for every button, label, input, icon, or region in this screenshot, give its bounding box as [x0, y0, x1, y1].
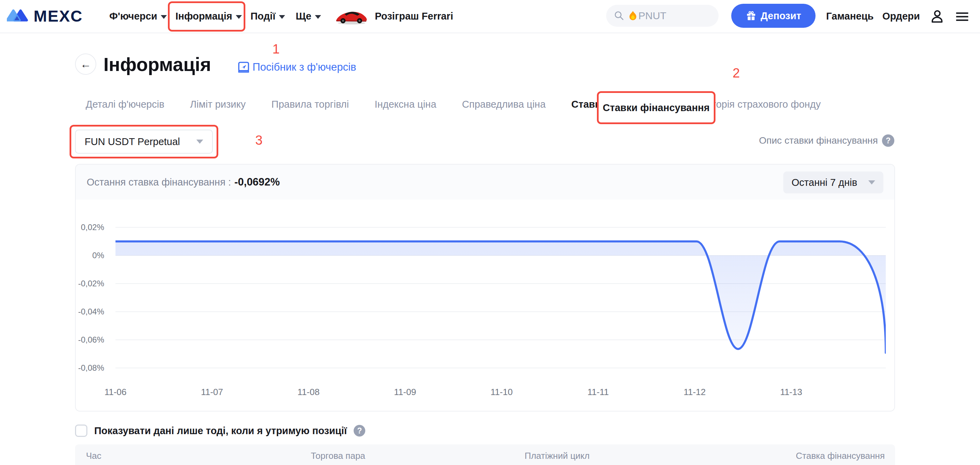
futures-guide-link[interactable]: Посібник з ф'ючерсів — [237, 61, 356, 74]
y-tick-label: -0,06% — [78, 335, 104, 345]
hamburger-icon — [955, 9, 970, 24]
funding-history-table-header: Час Торгова пара Платіжний цикл Ставка ф… — [75, 444, 895, 465]
tab-insurance-fund-history[interactable]: Історія страхового фонду — [704, 99, 821, 110]
chevron-down-icon — [161, 15, 167, 19]
nav-item-information[interactable]: Інформація — [175, 0, 242, 33]
tab-futures-details[interactable]: Деталі ф'ючерсів — [86, 99, 164, 110]
tab-funding-rates[interactable]: Ставки фінансування — [571, 99, 678, 110]
last-funding-rate: Остання ставка фінансування : -0,0692% — [87, 165, 280, 200]
nav-item-ferrari-promo[interactable]: Розіграш Ferrari — [334, 0, 453, 33]
col-header-cycle: Платіжний цикл — [525, 451, 590, 461]
date-range-dropdown[interactable]: Останні 7 днів — [783, 171, 883, 193]
chevron-down-icon — [236, 15, 242, 19]
nav-item-orders[interactable]: Ордери — [882, 0, 920, 33]
ferrari-car-icon — [334, 6, 369, 26]
mexc-logo-text: MEXC — [33, 6, 83, 26]
chart-card-header: Остання ставка фінансування : -0,0692% О… — [76, 165, 894, 200]
chevron-down-icon — [196, 139, 203, 144]
y-tick-label: -0,02% — [78, 279, 104, 288]
last-funding-rate-value: -0,0692% — [234, 176, 280, 188]
pair-select-value: FUN USDT Perpetual — [84, 136, 180, 147]
annotation-number-3: 3 — [255, 133, 262, 148]
x-tick-label: 11-10 — [491, 387, 513, 398]
chevron-down-icon — [279, 15, 285, 19]
tab-trading-rules[interactable]: Правила торгівлі — [271, 99, 349, 110]
guide-book-icon — [237, 61, 250, 74]
user-icon — [929, 9, 944, 24]
chart-line — [116, 241, 886, 353]
help-icon[interactable]: ? — [354, 425, 365, 436]
chart-area — [116, 206, 886, 385]
funding-rate-description: Опис ставки фінансування ? — [759, 134, 894, 147]
gift-icon — [746, 10, 757, 21]
y-tick-label: 0% — [92, 251, 104, 260]
mexc-logo[interactable]: MEXC — [7, 6, 83, 26]
search-placeholder: PNUT — [628, 10, 667, 22]
nav-item-events[interactable]: Події — [250, 0, 285, 33]
help-icon[interactable]: ? — [882, 134, 894, 147]
x-tick-label: 11-11 — [587, 387, 609, 398]
x-tick-label: 11-08 — [298, 387, 320, 398]
chevron-down-icon — [868, 181, 875, 184]
flame-icon — [628, 11, 638, 21]
x-tick-label: 11-12 — [684, 387, 706, 398]
y-tick-label: -0,04% — [78, 307, 104, 316]
info-tabs: Деталі ф'ючерсів Ліміт ризику Правила то… — [86, 99, 821, 110]
col-header-time: Час — [86, 451, 102, 461]
page-title: Інформація — [103, 53, 211, 75]
back-button[interactable]: ← — [75, 53, 96, 75]
positions-only-checkbox[interactable] — [75, 425, 88, 437]
deposit-button[interactable]: Депозит — [731, 4, 816, 28]
positions-only-label: Показувати дані лише тоді, коли я утриму… — [94, 425, 347, 436]
top-navbar: MEXC Ф'ючерси Інформація Події Ще Розігр… — [0, 0, 980, 33]
ferrari-promo-label: Розіграш Ferrari — [375, 11, 453, 22]
search-icon — [614, 10, 625, 21]
funding-rate-chart-card: Остання ставка фінансування : -0,0692% О… — [75, 164, 895, 412]
tab-risk-limit[interactable]: Ліміт ризику — [190, 99, 246, 110]
chevron-down-icon — [315, 15, 321, 19]
back-arrow-icon: ← — [80, 58, 91, 70]
chart-area-fill — [116, 241, 886, 353]
nav-item-wallet[interactable]: Гаманець — [826, 0, 874, 33]
col-header-pair: Торгова пара — [311, 451, 365, 461]
x-tick-label: 11-13 — [780, 387, 802, 398]
date-range-value: Останні 7 днів — [792, 177, 858, 188]
profile-button[interactable] — [929, 0, 944, 33]
mexc-logo-icon — [7, 6, 28, 26]
x-tick-label: 11-07 — [201, 387, 223, 398]
funding-rate-chart — [116, 206, 886, 385]
tab-fair-price[interactable]: Справедлива ціна — [462, 99, 546, 110]
x-tick-label: 11-06 — [105, 387, 127, 398]
nav-item-more[interactable]: Ще — [296, 0, 321, 33]
search-input[interactable]: PNUT — [606, 5, 719, 27]
tab-index-price[interactable]: Індексна ціна — [374, 99, 436, 110]
col-header-rate: Ставка фінансування — [796, 451, 885, 461]
annotation-number-1: 1 — [272, 42, 280, 57]
y-tick-label: 0,02% — [81, 222, 104, 232]
x-tick-label: 11-09 — [394, 387, 416, 398]
positions-only-filter: Показувати дані лише тоді, коли я утриму… — [75, 425, 365, 437]
annotation-number-2: 2 — [733, 66, 740, 81]
menu-button[interactable] — [955, 0, 970, 33]
y-tick-label: -0,08% — [78, 363, 104, 373]
nav-item-futures[interactable]: Ф'ючерси — [109, 0, 167, 33]
pair-select-dropdown[interactable]: FUN USDT Perpetual — [75, 129, 213, 153]
